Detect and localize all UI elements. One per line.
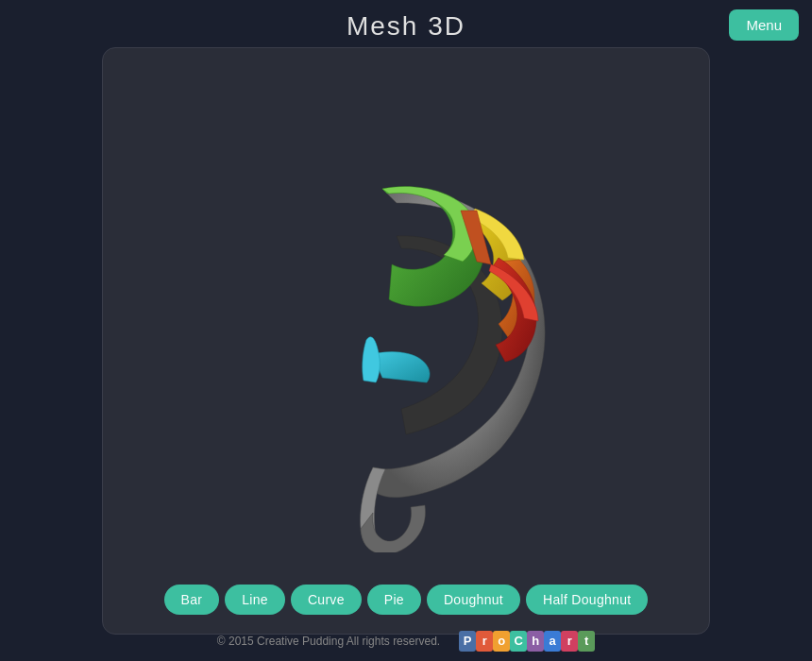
line-button[interactable]: Line [225, 585, 285, 615]
footer: © 2015 Creative Pudding All rights reser… [0, 631, 812, 652]
half-doughnut-button[interactable]: Half Doughnut [526, 585, 648, 615]
mesh-3d-chart [208, 99, 604, 552]
chart-area [122, 67, 690, 585]
logo-letter-a: a [544, 631, 561, 652]
prochart-logo: ProChart [459, 631, 595, 652]
logo-letter-r: r [476, 631, 493, 652]
pie-button[interactable]: Pie [367, 585, 421, 615]
doughnut-button[interactable]: Doughnut [427, 585, 520, 615]
chart-container: Bar Line Curve Pie Doughnut Half Doughnu… [102, 47, 710, 635]
nav-buttons: Bar Line Curve Pie Doughnut Half Doughnu… [164, 585, 649, 619]
bar-button[interactable]: Bar [164, 585, 220, 615]
menu-button[interactable]: Menu [729, 9, 799, 41]
logo-letter-c: C [510, 631, 527, 652]
logo-letter-p: P [459, 631, 476, 652]
page-title: Mesh 3D [0, 0, 812, 42]
logo-letter-h: h [527, 631, 544, 652]
logo-letter-r: r [561, 631, 578, 652]
copyright-text: © 2015 Creative Pudding All rights reser… [217, 635, 440, 648]
curve-button[interactable]: Curve [291, 585, 362, 615]
logo-letter-t: t [578, 631, 595, 652]
logo-letter-o: o [493, 631, 510, 652]
